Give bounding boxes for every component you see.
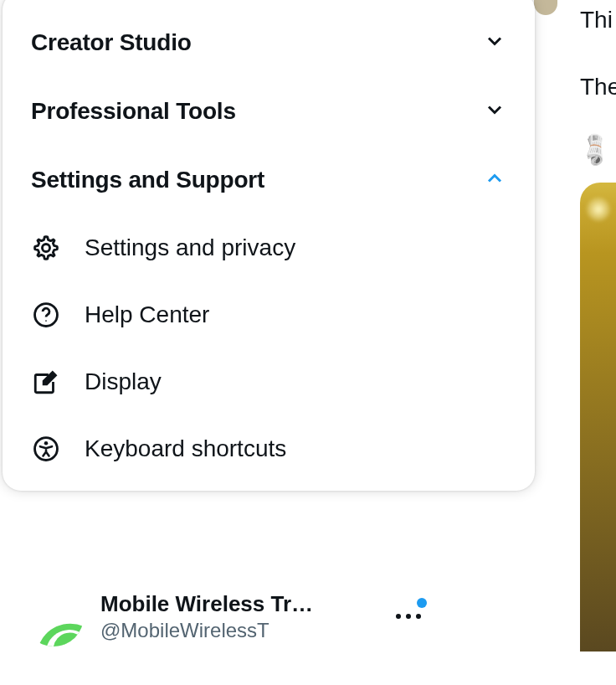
display-icon bbox=[31, 367, 61, 397]
background-text-line-2: The bbox=[580, 74, 616, 100]
chevron-down-icon bbox=[483, 98, 506, 125]
professional-tools-section[interactable]: Professional Tools bbox=[3, 77, 535, 146]
settings-privacy-item[interactable]: Settings and privacy bbox=[3, 214, 535, 281]
more-menu-panel: Creator Studio Professional Tools Settin… bbox=[3, 0, 535, 491]
rolled-newspaper-emoji: 🗞️ bbox=[574, 127, 616, 170]
notification-indicator bbox=[417, 598, 427, 608]
help-icon bbox=[31, 300, 61, 330]
profile-text: Mobile Wireless Tr… @MobileWirelessT bbox=[100, 591, 375, 642]
menu-item-label: Keyboard shortcuts bbox=[85, 435, 286, 462]
gear-icon bbox=[31, 233, 61, 263]
profile-display-name: Mobile Wireless Tr… bbox=[100, 591, 375, 617]
help-center-item[interactable]: Help Center bbox=[3, 281, 535, 348]
settings-support-section[interactable]: Settings and Support bbox=[3, 146, 535, 214]
account-switcher[interactable]: Mobile Wireless Tr… @MobileWirelessT bbox=[23, 586, 425, 646]
account-options-button[interactable] bbox=[392, 600, 425, 633]
background-avatar-fragment bbox=[534, 0, 557, 15]
menu-item-label: Settings and privacy bbox=[85, 234, 295, 261]
chevron-up-icon bbox=[483, 167, 506, 193]
background-media-preview[interactable] bbox=[580, 183, 616, 652]
section-title: Settings and Support bbox=[31, 167, 264, 193]
display-item[interactable]: Display bbox=[3, 348, 535, 415]
svg-point-4 bbox=[44, 441, 49, 446]
profile-handle: @MobileWirelessT bbox=[100, 619, 375, 642]
svg-point-0 bbox=[42, 244, 49, 251]
chevron-down-icon bbox=[483, 29, 506, 56]
section-title: Creator Studio bbox=[31, 29, 192, 56]
more-icon bbox=[396, 614, 421, 619]
menu-item-label: Help Center bbox=[85, 301, 209, 328]
menu-item-label: Display bbox=[85, 368, 162, 395]
section-title: Professional Tools bbox=[31, 98, 236, 125]
creator-studio-section[interactable]: Creator Studio bbox=[3, 8, 535, 77]
background-text-line-1: Thi bbox=[580, 7, 613, 33]
keyboard-shortcuts-item[interactable]: Keyboard shortcuts bbox=[3, 415, 535, 482]
accessibility-icon bbox=[31, 434, 61, 464]
svg-point-2 bbox=[45, 320, 47, 322]
avatar bbox=[23, 586, 84, 646]
